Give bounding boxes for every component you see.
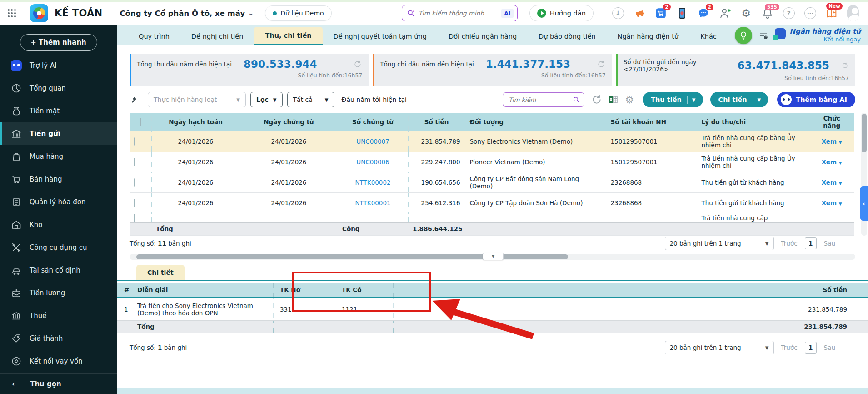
row-checkbox[interactable] — [134, 214, 135, 222]
card-accent-bar — [373, 54, 374, 86]
tab-de-nghi-chi-tien[interactable]: Đề nghị chi tiền — [180, 27, 254, 45]
doc-link[interactable]: UNC00007 — [356, 138, 389, 145]
sidebar-item-kho[interactable]: Kho — [0, 213, 117, 236]
doc-link[interactable]: UNC00006 — [356, 158, 389, 166]
quick-add-button[interactable]: + Thêm nhanh — [20, 34, 97, 51]
refresh-icon[interactable] — [591, 94, 603, 106]
add-with-ai-button[interactable]: Thêm bằng AI — [777, 92, 855, 107]
side-panel-handle[interactable]: ‹ — [860, 186, 868, 221]
bell-icon[interactable]: 535 — [761, 7, 774, 20]
prev-page-button[interactable]: Trước — [781, 240, 798, 247]
ebank-connect-link[interactable]: Kết nối ngay — [823, 35, 861, 43]
page-size-select[interactable]: 20 bản ghi trên 1 trang▼ — [665, 237, 774, 250]
page-size-select[interactable]: 20 bản ghi trên 1 trang▼ — [665, 341, 774, 354]
chevron-down-icon[interactable]: ▼ — [758, 97, 767, 102]
table-row[interactable]: 24/01/2026 24/01/2026 NTTK00002 190.654.… — [130, 172, 854, 192]
sidebar-item-tien-mat[interactable]: Tiền mặt — [0, 100, 117, 122]
refresh-icon[interactable] — [353, 60, 362, 69]
megaphone-icon[interactable] — [633, 7, 646, 20]
pay-money-button[interactable]: Chi tiền▼ — [710, 92, 768, 107]
sidebar-collapse-button[interactable]: ‹ Thu gọn — [0, 373, 117, 394]
detail-collapse-button[interactable]: ▼ — [483, 253, 504, 260]
sidebar-item-tien-luong[interactable]: Tiền lương — [0, 282, 117, 304]
smart-search-box[interactable]: AI — [402, 5, 518, 21]
avatar[interactable] — [847, 7, 859, 20]
sidebar-item-tro-ly-ai[interactable]: Trợ lý AI — [0, 54, 117, 77]
tab-chi-tiet[interactable]: Chi tiết — [136, 265, 185, 280]
app-name: KẾ TOÁN — [55, 8, 102, 19]
type-filter-dropdown[interactable]: Tất cả▼ — [287, 92, 334, 107]
table-search-box[interactable] — [503, 92, 584, 107]
view-action-button[interactable]: Xem ▼ — [822, 199, 842, 207]
sort-icon[interactable] — [130, 94, 141, 106]
gear-icon[interactable]: ⚙ — [624, 94, 635, 106]
add-user-icon[interactable] — [718, 7, 731, 20]
app-logo[interactable] — [30, 4, 48, 22]
chat-icon[interactable]: 2 — [697, 7, 710, 20]
chevron-down-icon[interactable]: ▼ — [692, 97, 701, 102]
current-page[interactable]: 1 — [805, 237, 817, 249]
next-page-button[interactable]: Sau — [824, 240, 835, 247]
batch-action-dropdown[interactable]: Thực hiện hàng loạt▼ — [148, 92, 246, 107]
more-icon[interactable]: ⋯ — [804, 7, 817, 20]
sidebar-item-quan-ly-hoa-don[interactable]: Quản lý hóa đơn — [0, 191, 117, 213]
row-checkbox[interactable] — [134, 137, 135, 146]
detail-row[interactable]: 1 Trả tiền cho Sony Electronics Vietnam … — [117, 298, 868, 321]
filter-settings-icon[interactable] — [758, 30, 768, 40]
tab-quy-trinh[interactable]: Quy trình — [128, 27, 180, 45]
tips-lightbulb-icon[interactable] — [735, 27, 752, 44]
download-icon[interactable]: ↓ — [612, 7, 624, 20]
search-icon — [407, 9, 415, 17]
doc-link[interactable]: NTTK00001 — [355, 199, 390, 207]
ebank-promo[interactable]: Ngân hàng điện tử Kết nối ngay — [775, 27, 861, 43]
view-action-button[interactable]: Xem ▼ — [822, 138, 842, 145]
table-search-input[interactable] — [509, 96, 573, 103]
sidebar-item-ban-hang[interactable]: Bán hàng — [0, 168, 117, 191]
company-selector[interactable]: Công ty Cổ phần Ô tô, xe máy ⌄ — [120, 9, 253, 18]
tab-thu-chi-tien[interactable]: Thu, chi tiền — [254, 27, 322, 45]
tab-doi-chieu-ngan-hang[interactable]: Đối chiếu ngân hàng — [438, 27, 528, 45]
sidebar-item-cong-cu-dung-cu[interactable]: Công cụ dụng cụ — [0, 236, 117, 259]
sidebar-item-ket-noi-vay-von[interactable]: Kết nối vay vốn — [0, 350, 117, 373]
demo-data-badge[interactable]: Dữ liệu Demo — [265, 5, 331, 21]
prev-page-button[interactable]: Trước — [781, 344, 798, 351]
cart-icon[interactable]: 2 — [654, 7, 667, 20]
refresh-icon[interactable] — [841, 61, 849, 70]
table-row[interactable]: 24/01/2026 24/01/2026 NTTK00001 254.612.… — [130, 192, 854, 213]
row-checkbox[interactable] — [134, 178, 135, 187]
export-excel-icon[interactable] — [607, 94, 619, 106]
sidebar-item-tien-gui[interactable]: Tiền gửi — [0, 122, 117, 145]
sidebar-item-gia-thanh[interactable]: Giá thành — [0, 327, 117, 350]
gear-icon[interactable]: ⚙ — [740, 7, 753, 20]
table-row-partial[interactable]: Trả tiền nhà cung cấp — [130, 213, 854, 222]
sidebar-item-tai-san-co-dinh[interactable]: Tài sản cố định — [0, 259, 117, 282]
row-checkbox[interactable] — [134, 158, 135, 166]
refresh-icon[interactable] — [597, 60, 606, 69]
sidebar-item-thue[interactable]: Thuế — [0, 304, 117, 327]
tab-ngan-hang-dien-tu[interactable]: Ngân hàng điện tử — [607, 27, 690, 45]
doc-link[interactable]: NTTK00002 — [355, 179, 390, 186]
sidebar-item-mua-hang[interactable]: Mua hàng — [0, 145, 117, 168]
view-action-button[interactable]: Xem ▼ — [822, 158, 842, 166]
tab-khac[interactable]: Khác — [689, 27, 728, 45]
tab-de-nghi-quyet-toan[interactable]: Đề nghị quyết toán tạm ứng — [323, 27, 438, 45]
smart-search-input[interactable] — [419, 10, 498, 17]
tab-du-bao-dong-tien[interactable]: Dự báo dòng tiền — [528, 27, 606, 45]
app-grid-icon[interactable] — [6, 8, 17, 19]
receive-money-button[interactable]: Thu tiền▼ — [643, 92, 703, 107]
period-label[interactable]: Đầu năm tới hiện tại — [342, 96, 407, 103]
phone-icon[interactable] — [676, 7, 688, 20]
select-all-checkbox[interactable] — [130, 113, 151, 131]
table-row[interactable]: 24/01/2026 24/01/2026 UNC00007 231.854.7… — [130, 131, 854, 152]
table-row[interactable]: 24/01/2026 24/01/2026 UNC00006 229.247.8… — [130, 152, 854, 172]
help-icon[interactable]: ? — [783, 7, 795, 20]
row-checkbox[interactable] — [134, 199, 135, 207]
filter-button[interactable]: Lọc▼ — [250, 92, 283, 107]
next-page-button[interactable]: Sau — [824, 344, 835, 351]
sidebar-item-tong-quan[interactable]: Tổng quan — [0, 77, 117, 100]
guide-button[interactable]: Hướng dẫn — [529, 5, 594, 21]
scrollbar-thumb[interactable] — [862, 114, 867, 152]
current-page[interactable]: 1 — [805, 342, 817, 354]
view-action-button[interactable]: Xem ▼ — [822, 179, 842, 186]
whats-new-icon[interactable]: New — [825, 7, 838, 20]
